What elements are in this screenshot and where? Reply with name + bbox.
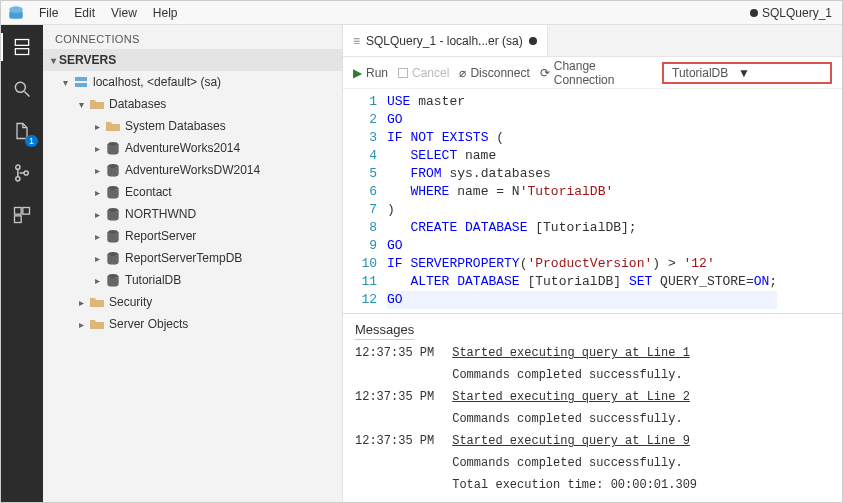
activity-explorer-icon[interactable]: 1 [8, 117, 36, 145]
database-node[interactable]: ▸Econtact [43, 181, 342, 203]
code-editor[interactable]: 123456789101112 USE masterGOIF NOT EXIST… [343, 89, 842, 313]
database-node[interactable]: ▸ReportServerTempDB [43, 247, 342, 269]
database-label: ReportServerTempDB [125, 251, 242, 265]
menu-help[interactable]: Help [145, 3, 186, 23]
chevron-right-icon: ▸ [91, 253, 103, 264]
message-time [355, 478, 452, 500]
disconnect-button[interactable]: ⌀ Disconnect [459, 66, 529, 80]
folder-icon [89, 316, 105, 332]
database-label: AdventureWorksDW2014 [125, 163, 260, 177]
menu-file[interactable]: File [31, 3, 66, 23]
caret-down-icon: ▼ [738, 66, 750, 80]
message-time [355, 412, 452, 434]
server-node[interactable]: ▾ localhost, <default> (sa) [43, 71, 342, 93]
chevron-right-icon: ▸ [75, 319, 87, 330]
editor-tabbar: ≡ SQLQuery_1 - localh...er (sa) [343, 25, 842, 57]
title-status: SQLQuery_1 [750, 6, 836, 20]
message-time: 12:37:35 PM [355, 434, 452, 456]
database-icon [105, 228, 121, 244]
dirty-indicator-icon [529, 37, 537, 45]
chevron-right-icon: ▸ [91, 187, 103, 198]
message-row: 12:37:35 PMStarted executing query at Li… [355, 390, 697, 412]
cancel-button[interactable]: Cancel [398, 66, 449, 80]
folder-icon [89, 96, 105, 112]
activity-bar: 1 [1, 25, 43, 503]
sidebar: CONNECTIONS ▾ SERVERS ▾ localhost, <defa… [43, 25, 343, 503]
database-node[interactable]: ▸AdventureWorksDW2014 [43, 159, 342, 181]
folder-label: Databases [109, 97, 166, 111]
editor-tab[interactable]: ≡ SQLQuery_1 - localh...er (sa) [343, 25, 548, 56]
svg-line-5 [25, 92, 30, 97]
database-node[interactable]: ▸TutorialDB [43, 269, 342, 291]
database-label: ReportServer [125, 229, 196, 243]
folder-icon [105, 118, 121, 134]
activity-search-icon[interactable] [8, 75, 36, 103]
message-text: Commands completed successfully. [452, 412, 697, 434]
message-text: Commands completed successfully. [452, 368, 697, 390]
run-button[interactable]: ▶ Run [353, 66, 388, 80]
svg-rect-3 [15, 49, 28, 55]
svg-point-17 [108, 208, 118, 212]
message-link[interactable]: Started executing query at Line 9 [452, 434, 697, 456]
database-node[interactable]: ▸ReportServer [43, 225, 342, 247]
message-link[interactable]: Started executing query at Line 1 [452, 346, 697, 368]
change-connection-icon: ⟳ [540, 66, 550, 80]
menubar: File Edit View Help SQLQuery_1 [1, 1, 842, 25]
disconnect-icon: ⌀ [459, 66, 466, 80]
database-node[interactable]: ▸NORTHWND [43, 203, 342, 225]
server-objects-folder[interactable]: ▸ Server Objects [43, 313, 342, 335]
message-text: Commands completed successfully. [452, 456, 697, 478]
message-time [355, 368, 452, 390]
svg-point-19 [108, 252, 118, 256]
chevron-right-icon: ▸ [91, 143, 103, 154]
svg-rect-13 [75, 83, 87, 87]
database-select-value: TutorialDB [672, 66, 728, 80]
tab-label: SQLQuery_1 - localh...er (sa) [366, 34, 523, 48]
activity-servers-icon[interactable] [8, 33, 36, 61]
system-databases-folder[interactable]: ▸ System Databases [43, 115, 342, 137]
title-filename: SQLQuery_1 [762, 6, 832, 20]
chevron-right-icon: ▸ [75, 297, 87, 308]
svg-point-20 [108, 274, 118, 278]
messages-title: Messages [355, 318, 414, 340]
message-row: 12:37:35 PMStarted executing query at Li… [355, 434, 697, 456]
chevron-right-icon: ▸ [91, 231, 103, 242]
servers-section[interactable]: ▾ SERVERS [43, 49, 342, 71]
chevron-down-icon: ▾ [75, 99, 87, 110]
activity-extensions-icon[interactable] [8, 201, 36, 229]
message-time [355, 456, 452, 478]
play-icon: ▶ [353, 66, 362, 80]
activity-source-control-icon[interactable] [8, 159, 36, 187]
database-icon [105, 162, 121, 178]
database-select[interactable]: TutorialDB ▼ [662, 62, 832, 84]
activity-badge: 1 [25, 135, 38, 147]
disconnect-label: Disconnect [470, 66, 529, 80]
database-label: Econtact [125, 185, 172, 199]
svg-rect-2 [15, 40, 28, 46]
svg-point-7 [16, 177, 20, 181]
svg-point-8 [24, 171, 28, 175]
change-connection-button[interactable]: ⟳ Change Connection [540, 59, 652, 87]
menu-edit[interactable]: Edit [66, 3, 103, 23]
line-gutter: 123456789101112 [343, 89, 387, 313]
database-node[interactable]: ▸AdventureWorks2014 [43, 137, 342, 159]
menu-view[interactable]: View [103, 3, 145, 23]
databases-folder[interactable]: ▾ Databases [43, 93, 342, 115]
code-body[interactable]: USE masterGOIF NOT EXISTS ( SELECT name … [387, 89, 777, 313]
message-row: Commands completed successfully. [355, 368, 697, 390]
message-time: 12:37:35 PM [355, 346, 452, 368]
server-icon [73, 74, 89, 90]
chevron-right-icon: ▸ [91, 165, 103, 176]
section-label: SERVERS [59, 53, 116, 67]
database-icon [105, 250, 121, 266]
security-folder[interactable]: ▸ Security [43, 291, 342, 313]
message-link[interactable]: Started executing query at Line 2 [452, 390, 697, 412]
message-row: 12:37:35 PMStarted executing query at Li… [355, 346, 697, 368]
connections-tree: ▾ SERVERS ▾ localhost, <default> (sa) ▾ … [43, 49, 342, 503]
svg-rect-12 [75, 77, 87, 81]
cancel-label: Cancel [412, 66, 449, 80]
run-label: Run [366, 66, 388, 80]
change-connection-label: Change Connection [554, 59, 652, 87]
svg-point-15 [108, 164, 118, 168]
query-toolbar: ▶ Run Cancel ⌀ Disconnect ⟳ Change Conne… [343, 57, 842, 89]
